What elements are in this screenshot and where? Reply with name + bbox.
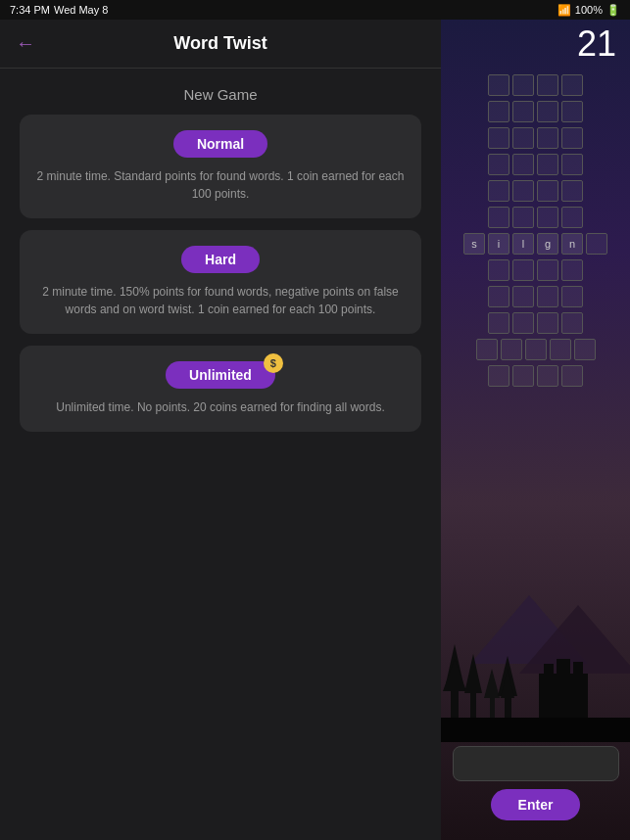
cell [561, 154, 583, 175]
landscape-svg [441, 546, 630, 742]
cell [561, 207, 583, 228]
word-row [488, 207, 583, 228]
cell-s: s [463, 233, 485, 255]
cell [488, 101, 509, 122]
status-left: 7:34 PM Wed May 8 [10, 4, 108, 16]
svg-rect-13 [544, 664, 554, 683]
word-row [476, 339, 596, 360]
cell [537, 259, 558, 281]
word-row [488, 180, 583, 202]
cell [561, 74, 583, 96]
word-row [488, 312, 583, 334]
word-row [488, 101, 583, 122]
cell [512, 74, 534, 96]
cell [561, 365, 583, 387]
cell-i: i [488, 233, 509, 255]
svg-rect-14 [573, 662, 583, 683]
hard-button[interactable]: Hard [181, 246, 260, 273]
cell [561, 101, 583, 122]
cell [561, 127, 583, 149]
cell [512, 259, 534, 281]
svg-rect-5 [470, 688, 476, 723]
battery-icon: 🔋 [606, 4, 620, 17]
cell [512, 365, 534, 387]
cell [537, 154, 558, 175]
cell [512, 127, 534, 149]
cell [561, 312, 583, 334]
cell [537, 180, 558, 202]
cell [488, 312, 509, 334]
cell [537, 101, 558, 122]
enter-button[interactable]: Enter [491, 789, 581, 820]
unlimited-button[interactable]: Unlimited $ [166, 361, 275, 389]
cell [501, 339, 522, 360]
cell [561, 259, 583, 281]
cell [561, 180, 583, 202]
section-title: New Game [0, 69, 441, 115]
cell [488, 365, 509, 387]
cell-g: g [537, 233, 558, 255]
game-options: Normal 2 minute time. Standard points fo… [0, 115, 441, 432]
unlimited-desc: Unlimited time. No points. 20 coins earn… [56, 398, 385, 416]
cell [488, 286, 509, 307]
cell [525, 339, 547, 360]
cell [574, 339, 596, 360]
cell [537, 286, 558, 307]
cell [561, 286, 583, 307]
cell [512, 101, 534, 122]
cell [537, 312, 558, 334]
time: 7:34 PM [10, 4, 50, 16]
svg-rect-16 [441, 718, 630, 742]
back-button[interactable]: ← [16, 32, 35, 55]
cell-l: l [512, 233, 534, 255]
cell [537, 127, 558, 149]
cell [488, 154, 509, 175]
svg-rect-15 [557, 659, 570, 683]
word-input[interactable] [453, 746, 619, 781]
cell [512, 180, 534, 202]
hard-card: Hard 2 minute time. 150% points for foun… [20, 230, 421, 334]
cell [488, 259, 509, 281]
cell-n: n [561, 233, 583, 255]
right-bottom: Enter [441, 746, 630, 840]
battery-level: 100% [575, 4, 603, 16]
wifi-icon: 📶 [557, 4, 571, 17]
left-panel: ← Word Twist New Game Normal 2 minute ti… [0, 0, 441, 840]
cell [488, 127, 509, 149]
word-grid: s i l g n [463, 65, 607, 397]
cell [537, 365, 558, 387]
cell [488, 74, 509, 96]
panel-title: Word Twist [173, 33, 267, 54]
cell-empty [586, 233, 607, 255]
status-bar: 7:34 PM Wed May 8 📶 100% 🔋 [0, 0, 630, 20]
cell [537, 74, 558, 96]
word-row [488, 127, 583, 149]
coin-badge: $ [264, 353, 283, 373]
cell [488, 207, 509, 228]
unlimited-card: Unlimited $ Unlimited time. No points. 2… [20, 346, 421, 432]
cell [512, 207, 534, 228]
word-row [488, 154, 583, 175]
date: Wed May 8 [54, 4, 108, 16]
cell [488, 180, 509, 202]
score-display: 21 [577, 23, 630, 65]
normal-button[interactable]: Normal [173, 130, 267, 158]
svg-marker-4 [443, 659, 466, 691]
normal-card: Normal 2 minute time. Standard points fo… [20, 115, 421, 218]
hard-desc: 2 minute time. 150% points for found wor… [35, 283, 406, 318]
cell [512, 286, 534, 307]
normal-desc: 2 minute time. Standard points for found… [35, 167, 406, 203]
cell [512, 312, 534, 334]
status-right: 📶 100% 🔋 [557, 4, 620, 17]
panel-header: ← Word Twist [0, 20, 441, 69]
word-row [488, 365, 583, 387]
word-row [488, 286, 583, 307]
right-panel: 21 [441, 0, 630, 840]
cell [537, 207, 558, 228]
cell [512, 154, 534, 175]
svg-marker-8 [484, 669, 500, 698]
cell [476, 339, 498, 360]
word-row [488, 74, 583, 96]
cell [550, 339, 571, 360]
word-row [488, 259, 583, 281]
